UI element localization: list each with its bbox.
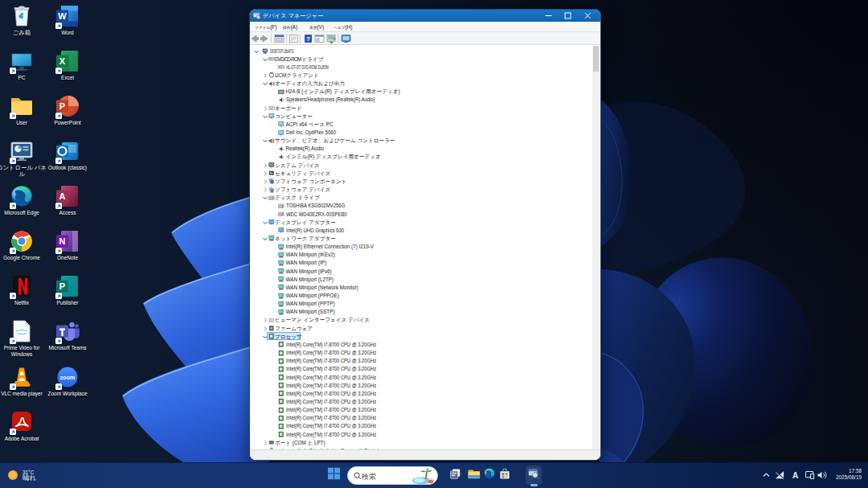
svg-text:?: ? bbox=[306, 35, 310, 43]
svg-text:N: N bbox=[59, 236, 66, 246]
svg-text:X: X bbox=[59, 56, 66, 66]
svg-text:zoom: zoom bbox=[60, 375, 75, 380]
svg-text:W: W bbox=[58, 11, 67, 21]
svg-text:P: P bbox=[59, 281, 65, 291]
svg-text:A: A bbox=[59, 191, 66, 201]
svg-text:P: P bbox=[59, 101, 65, 111]
